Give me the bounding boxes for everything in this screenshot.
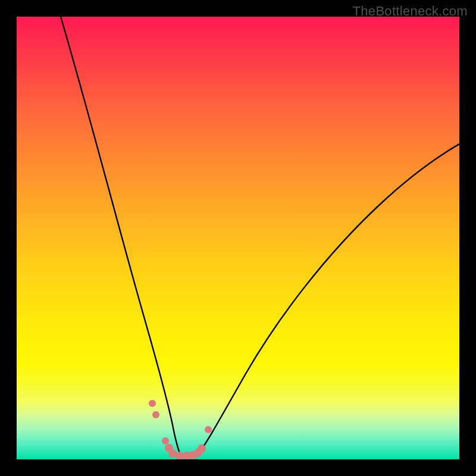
left-curve: [61, 17, 180, 455]
watermark-text: TheBottleneck.com: [353, 4, 468, 19]
svg-point-5: [176, 452, 184, 459]
curve-layer: [17, 17, 459, 459]
svg-point-4: [168, 449, 177, 458]
plot-area: [17, 17, 459, 459]
svg-point-9: [198, 444, 206, 453]
svg-point-1: [152, 411, 159, 418]
svg-point-0: [149, 400, 156, 407]
chart-frame: TheBottleneck.com: [0, 0, 476, 476]
marker-group: [149, 400, 212, 459]
svg-point-10: [205, 426, 212, 433]
right-curve: [198, 144, 459, 454]
svg-point-2: [162, 437, 169, 444]
